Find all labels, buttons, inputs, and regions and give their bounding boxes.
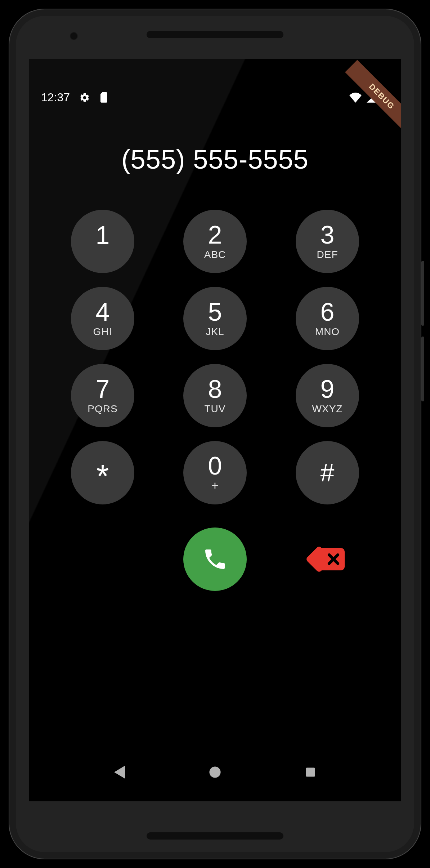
key-star[interactable]: * [71,441,134,504]
backspace-button[interactable] [310,548,345,570]
volume-up-button [421,261,424,326]
cellular-icon [367,93,377,103]
screen: 12:37 [29,59,401,801]
key-digit: 9 [321,377,335,402]
key-letters: DEF [317,249,338,261]
key-letters: WXYZ [312,403,343,415]
key-letters: GHI [93,326,112,338]
phone-icon [202,546,228,572]
nav-recents-button[interactable] [301,763,319,781]
key-6[interactable]: 6 MNO [296,287,359,350]
key-letters: MNO [315,326,340,338]
svg-point-0 [209,766,220,778]
volume-down-button [421,337,424,401]
key-3[interactable]: 3 DEF [296,210,359,273]
key-4[interactable]: 4 GHI [71,287,134,350]
nav-home-button[interactable] [206,763,224,781]
sd-card-icon [99,92,109,103]
key-9[interactable]: 9 WXYZ [296,364,359,427]
key-digit: * [96,456,109,489]
key-letters: + [211,478,219,493]
key-digit: 1 [96,223,110,248]
dialed-number-display: (555) 555-5555 [29,144,401,175]
key-digit: 4 [96,299,110,325]
key-digit: # [321,460,335,485]
key-hash[interactable]: # [296,441,359,504]
android-nav-bar [29,763,401,781]
status-bar: 12:37 [29,91,401,104]
front-camera [70,32,78,40]
key-letters: PQRS [88,403,117,415]
key-5[interactable]: 5 JKL [183,287,247,350]
svg-rect-1 [306,768,315,777]
key-letters: JKL [206,326,224,338]
key-digit: 6 [321,299,335,325]
battery-icon [382,92,389,103]
key-digit: 8 [208,377,222,402]
key-2[interactable]: 2 ABC [183,210,247,273]
dial-pad: 1 2 ABC 3 DEF 4 GHI 5 JKL [29,210,401,504]
settings-icon [79,92,90,103]
action-row [29,528,401,591]
bottom-speaker [147,832,283,840]
key-1[interactable]: 1 [71,210,134,273]
wifi-icon [349,93,362,103]
key-0[interactable]: 0 + [183,441,247,504]
key-digit: 0 [208,453,222,478]
phone-frame: 12:37 [9,9,421,859]
key-digit: 7 [96,377,110,402]
key-8[interactable]: 8 TUV [183,364,247,427]
key-letters: ABC [204,249,226,261]
key-7[interactable]: 7 PQRS [71,364,134,427]
status-time: 12:37 [41,91,70,104]
key-digit: 2 [208,222,222,248]
key-digit: 5 [208,299,222,325]
earpiece-speaker [147,31,283,38]
close-icon [325,552,340,567]
call-button[interactable] [183,528,247,591]
nav-back-button[interactable] [111,763,129,781]
key-letters: TUV [205,403,226,415]
key-digit: 3 [321,222,335,248]
